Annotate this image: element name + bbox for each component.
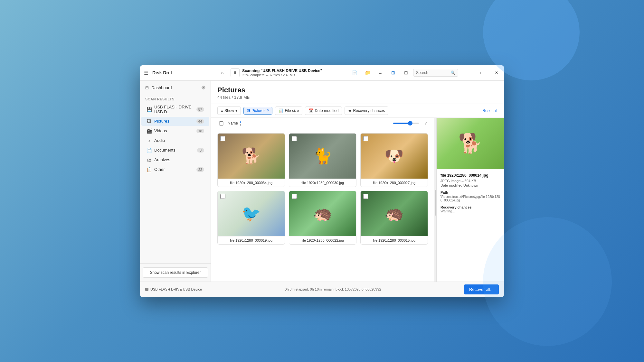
item-checkbox[interactable]: [292, 136, 297, 141]
thumbnail-4: 🐦: [218, 191, 285, 236]
sidebar-bottom: Show scan results in Explorer: [140, 263, 211, 282]
date-modified-filter-button[interactable]: 📅 Date modified: [305, 107, 342, 115]
minimize-button[interactable]: ─: [459, 65, 474, 81]
file-size-label: File size: [285, 108, 299, 113]
select-all-checkbox[interactable]: [217, 121, 225, 125]
filter-icon: ≡: [221, 108, 223, 113]
menu-icon[interactable]: ☰: [144, 70, 148, 76]
titlebar-right: 📄 📁 ≡ ⊞ ⊟ 🔍 ─ □ ✕: [349, 65, 504, 81]
home-button[interactable]: ⌂: [216, 67, 228, 79]
split-view-button[interactable]: ⊟: [400, 67, 412, 79]
documents-badge: 3: [197, 148, 204, 153]
pictures-icon: 🖼: [147, 119, 152, 124]
videos-badge: 18: [196, 129, 204, 133]
sort-asc-icon: ▲: [239, 120, 242, 123]
grid-item[interactable]: 🐕 file 1920x1280_000034.jpg: [217, 133, 285, 187]
item-checkbox[interactable]: [220, 136, 225, 141]
item-label: file 1920x1280_000022.jpg: [289, 236, 356, 244]
recovery-chances-value: Waiting...: [440, 209, 500, 213]
preview-filename: file 1920x1280_000014.jpg: [440, 173, 500, 178]
preview-path: \Reconstructed\Pictures\jpg\file 1920x12…: [440, 195, 500, 202]
thumbnail-6: 🦔: [361, 191, 428, 236]
documents-label: Documents: [154, 148, 194, 153]
files-toolbar: Name ▲ ▼ ⤢: [217, 118, 428, 129]
grid-item[interactable]: 🐶 file 1920x1280_000027.jpg: [360, 133, 428, 187]
preview-size: 594 KB: [465, 179, 476, 183]
pause-button[interactable]: ⏸: [231, 68, 240, 77]
documents-icon: 📄: [147, 148, 152, 153]
main-area: ⊞ Dashboard ✳ Scan results 💾 USB FLASH D…: [140, 81, 504, 282]
pictures-chip-icon: 🖼: [246, 108, 250, 113]
grid-view-button[interactable]: ⊞: [387, 67, 399, 79]
scan-info: Scanning "USB FLASH DRIVE USB Device" 22…: [242, 69, 322, 77]
sidebar-item-pictures[interactable]: 🖼 Pictures 44: [141, 117, 209, 126]
file-size-filter-button[interactable]: 📊 File size: [275, 107, 302, 115]
search-input[interactable]: [416, 70, 449, 75]
recovery-chances-filter-button[interactable]: ★ Recovery chances: [345, 107, 388, 115]
item-label: file 1920x1280_000019.jpg: [218, 236, 285, 244]
videos-icon: 🎬: [147, 128, 152, 134]
pictures-chip-close[interactable]: ✕: [267, 108, 270, 113]
reset-all-button[interactable]: Reset all: [482, 108, 497, 113]
sidebar-item-archives[interactable]: 🗂 Archives: [141, 155, 209, 164]
file-view-button[interactable]: 📄: [349, 67, 360, 79]
usb-icon: 💾: [147, 107, 152, 112]
grid-item[interactable]: 🦔 file 1920x1280_000015.jpg: [360, 191, 428, 245]
list-view-button[interactable]: ≡: [374, 67, 386, 79]
recovery-chances-title: Recovery chances: [440, 205, 500, 209]
sidebar-item-other[interactable]: 📋 Other 22: [141, 165, 209, 174]
calendar-icon: 📅: [308, 108, 313, 113]
thumbnail-1: 🐕: [218, 134, 285, 179]
content-subtitle: 44 files / 17.9 MB: [217, 95, 497, 100]
thumbnail-5: 🦔: [289, 191, 356, 236]
grid-item[interactable]: 🐦 file 1920x1280_000019.jpg: [217, 191, 285, 245]
search-icon: 🔍: [450, 70, 455, 75]
star-icon: ★: [348, 108, 352, 113]
external-link-icon[interactable]: ⤢: [424, 121, 428, 126]
app-window: ☰ Disk Drill ⌂ ⏸ Scanning "USB FLASH DRI…: [140, 65, 504, 297]
grid-item[interactable]: 🐈 file 1920x1280_000030.jpg: [289, 133, 356, 187]
name-label: Name: [228, 121, 238, 125]
search-box: 🔍: [413, 69, 458, 77]
pictures-chip-label: Pictures: [251, 108, 265, 113]
date-label: Date modified: [440, 183, 462, 187]
preview-info: file 1920x1280_000014.jpg JPEG Image – 5…: [437, 169, 504, 217]
window-controls: ─ □ ✕: [459, 65, 504, 81]
dashboard-button[interactable]: ⊞ Dashboard: [145, 85, 172, 90]
sidebar: ⊞ Dashboard ✳ Scan results 💾 USB FLASH D…: [140, 81, 211, 282]
other-icon: 📋: [147, 167, 152, 172]
item-checkbox[interactable]: [363, 194, 368, 199]
sidebar-item-audio[interactable]: ♪ Audio: [141, 136, 209, 145]
content-title: Pictures: [217, 86, 497, 94]
pictures-label: Pictures: [154, 119, 194, 124]
archives-icon: 🗂: [147, 157, 152, 162]
other-badge: 22: [196, 167, 204, 172]
name-column-header[interactable]: Name ▲ ▼: [228, 120, 242, 126]
show-explorer-button[interactable]: Show scan results in Explorer: [143, 267, 208, 278]
show-filter-button[interactable]: ≡ Show ▾: [217, 107, 241, 115]
other-label: Other: [154, 167, 194, 172]
sidebar-item-documents[interactable]: 📄 Documents 3: [141, 146, 209, 155]
usb-label: USB FLASH DRIVE USB D...: [154, 105, 194, 114]
size-slider[interactable]: [393, 123, 419, 124]
titlebar-left: ☰ Disk Drill: [144, 70, 210, 76]
preview-image: 🐕: [437, 118, 504, 169]
sort-icons: ▲ ▼: [239, 120, 242, 126]
item-label: file 1920x1280_000015.jpg: [361, 236, 428, 244]
loading-icon: ✳: [201, 85, 205, 91]
item-checkbox[interactable]: [292, 194, 297, 199]
content-area: Pictures 44 files / 17.9 MB ≡ Show ▾ 🖼 P…: [211, 81, 504, 282]
recover-all-button[interactable]: Recover all...: [464, 284, 499, 294]
sidebar-item-videos[interactable]: 🎬 Videos 18: [141, 126, 209, 135]
item-checkbox[interactable]: [220, 194, 225, 199]
close-button[interactable]: ✕: [489, 65, 504, 81]
folder-view-button[interactable]: 📁: [362, 67, 373, 79]
sidebar-item-usb[interactable]: 💾 USB FLASH DRIVE USB D... 87: [141, 103, 209, 116]
scroll-thumb: [435, 190, 436, 216]
device-label: USB FLASH DRIVE USB Device: [150, 287, 202, 291]
thumbnail-3: 🐶: [361, 134, 428, 179]
grid-item[interactable]: 🦔 file 1920x1280_000022.jpg: [289, 191, 356, 245]
item-checkbox[interactable]: [363, 136, 368, 141]
dashboard-label: Dashboard: [151, 85, 172, 90]
maximize-button[interactable]: □: [474, 65, 489, 81]
